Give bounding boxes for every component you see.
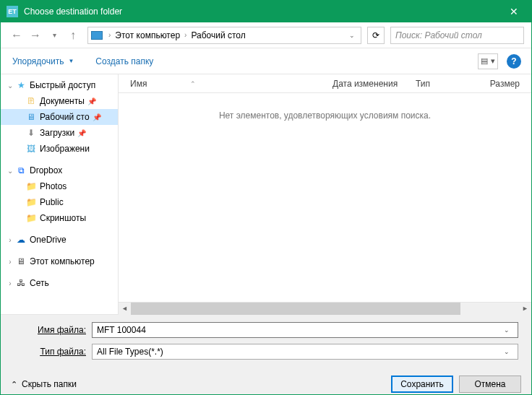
pc-icon: 🖥 [15, 256, 27, 267]
tree-images[interactable]: 🖼 Изображени [1, 141, 118, 157]
tree-label: Photos [40, 181, 66, 191]
tree-label: Изображени [40, 144, 90, 154]
breadcrumb-item-desktop[interactable]: Рабочий стол [189, 30, 246, 40]
images-icon: 🖼 [25, 143, 37, 155]
desktop-icon: 🖥 [25, 111, 37, 123]
tree-network[interactable]: › 🖧 Сеть [1, 275, 118, 291]
tree-label: Скриншоты [40, 213, 86, 223]
titlebar: ET Choose destination folder ✕ [1, 1, 531, 22]
tree-documents[interactable]: 🖹 Документы 📌 [1, 93, 118, 109]
sort-indicator-icon: ⌃ [190, 80, 196, 87]
breadcrumb-item-pc[interactable]: Этот компьютер [113, 30, 181, 40]
filename-input[interactable]: MFT 100044 ⌄ [92, 322, 518, 338]
pin-icon: 📌 [77, 129, 86, 137]
expand-icon[interactable]: › [5, 236, 15, 244]
star-icon: ★ [15, 79, 27, 91]
folder-icon: 📁 [25, 196, 37, 208]
expand-icon[interactable]: › [5, 279, 15, 287]
tree-screenshots[interactable]: 📁 Скриншоты [1, 210, 118, 226]
filename-dropdown-icon[interactable]: ⌄ [500, 326, 513, 334]
scroll-left-icon[interactable]: ◄ [119, 303, 131, 315]
cancel-button[interactable]: Отмена [459, 376, 521, 393]
save-button[interactable]: Сохранить [391, 376, 453, 393]
app-icon: ET [7, 6, 18, 17]
chevron-right-icon: › [106, 31, 113, 39]
folder-icon: 📁 [25, 212, 37, 224]
expand-icon[interactable]: › [5, 258, 15, 266]
tree-quick-access[interactable]: ⌄ ★ Быстрый доступ [1, 77, 118, 93]
onedrive-icon: ☁ [15, 234, 27, 246]
file-fields: Имя файла: MFT 100044 ⌄ Тип файла: All F… [1, 314, 531, 370]
content-pane: Имя ⌃ Дата изменения Тип Размер Нет элем… [119, 74, 531, 314]
column-date[interactable]: Дата изменения [332, 79, 416, 89]
forward-button: → [27, 27, 44, 44]
folder-icon: 📁 [25, 181, 37, 192]
tree-label: Сеть [30, 278, 49, 288]
up-button[interactable]: ↑ [64, 27, 82, 44]
column-type[interactable]: Тип [416, 79, 481, 89]
scroll-track[interactable] [131, 303, 519, 315]
tree-label: Загрузки [40, 128, 74, 138]
pc-icon [91, 31, 103, 40]
hide-folders-button[interactable]: ⌃ Скрыть папки [11, 379, 77, 389]
tree-desktop[interactable]: 🖥 Рабочий сто 📌 [1, 109, 118, 125]
main-area: ⌄ ★ Быстрый доступ 🖹 Документы 📌 🖥 Рабоч… [1, 74, 531, 314]
column-size[interactable]: Размер [481, 79, 531, 89]
tree-this-pc[interactable]: › 🖥 Этот компьютер [1, 253, 118, 269]
organize-dropdown-icon[interactable]: ▼ [65, 58, 77, 64]
tree-label: Этот компьютер [30, 256, 95, 266]
scroll-thumb[interactable] [131, 303, 460, 315]
tree-dropbox[interactable]: ⌄ ⧉ Dropbox [1, 162, 118, 178]
toolbar: Упорядочить ▼ Создать папку ▤ ▾ ? [1, 48, 531, 74]
filename-label: Имя файла: [14, 325, 92, 335]
tree-downloads[interactable]: ⬇ Загрузки 📌 [1, 125, 118, 141]
tree-label: Быстрый доступ [30, 80, 95, 90]
pin-icon: 📌 [87, 97, 96, 105]
column-name[interactable]: Имя ⌃ [130, 79, 332, 89]
tree-label: Dropbox [30, 165, 62, 175]
tree-label: Рабочий сто [40, 112, 90, 122]
network-icon: 🖧 [15, 277, 27, 289]
tree-photos[interactable]: 📁 Photos [1, 178, 118, 194]
filetype-select[interactable]: All File Types(*.*) ⌄ [92, 344, 518, 360]
breadcrumb-dropdown[interactable]: ⌄ [346, 32, 358, 39]
navbar: ← → ▾ ↑ › Этот компьютер › Рабочий стол … [1, 22, 531, 48]
tree-label: Public [40, 197, 64, 207]
column-headers: Имя ⌃ Дата изменения Тип Размер [119, 74, 531, 93]
tree-label: OneDrive [30, 235, 66, 245]
filetype-label: Тип файла: [14, 347, 92, 357]
recent-dropdown[interactable]: ▾ [46, 27, 63, 44]
footer: ⌃ Скрыть папки Сохранить Отмена [1, 370, 531, 395]
horizontal-scrollbar[interactable]: ◄ ► [119, 302, 531, 314]
scroll-right-icon[interactable]: ► [519, 303, 531, 315]
chevron-up-icon: ⌃ [11, 380, 17, 389]
window-title: Choose destination folder [24, 6, 497, 17]
back-button[interactable]: ← [8, 27, 25, 44]
tree-public[interactable]: 📁 Public [1, 194, 118, 210]
help-button[interactable]: ? [507, 54, 521, 69]
downloads-icon: ⬇ [25, 127, 37, 139]
organize-button[interactable]: Упорядочить [11, 53, 65, 69]
breadcrumb[interactable]: › Этот компьютер › Рабочий стол ⌄ [87, 27, 361, 44]
collapse-icon[interactable]: ⌄ [5, 167, 15, 175]
dropbox-icon: ⧉ [15, 165, 27, 176]
folder-icon: 🖹 [25, 95, 37, 107]
pin-icon: 📌 [93, 113, 101, 121]
new-folder-button[interactable]: Создать папку [94, 53, 155, 69]
tree-onedrive[interactable]: › ☁ OneDrive [1, 232, 118, 248]
chevron-right-icon: › [181, 31, 189, 39]
tree-label: Документы [40, 96, 85, 106]
search-input[interactable]: Поиск: Рабочий стол [390, 27, 524, 44]
sidebar: ⌄ ★ Быстрый доступ 🖹 Документы 📌 🖥 Рабоч… [1, 74, 119, 314]
filetype-dropdown-icon[interactable]: ⌄ [500, 348, 513, 355]
collapse-icon[interactable]: ⌄ [5, 82, 15, 90]
close-button[interactable]: ✕ [497, 1, 530, 22]
empty-message: Нет элементов, удовлетворяющих условиям … [119, 93, 531, 121]
refresh-button[interactable]: ⟳ [367, 27, 385, 44]
view-options-button[interactable]: ▤ ▾ [478, 53, 498, 69]
